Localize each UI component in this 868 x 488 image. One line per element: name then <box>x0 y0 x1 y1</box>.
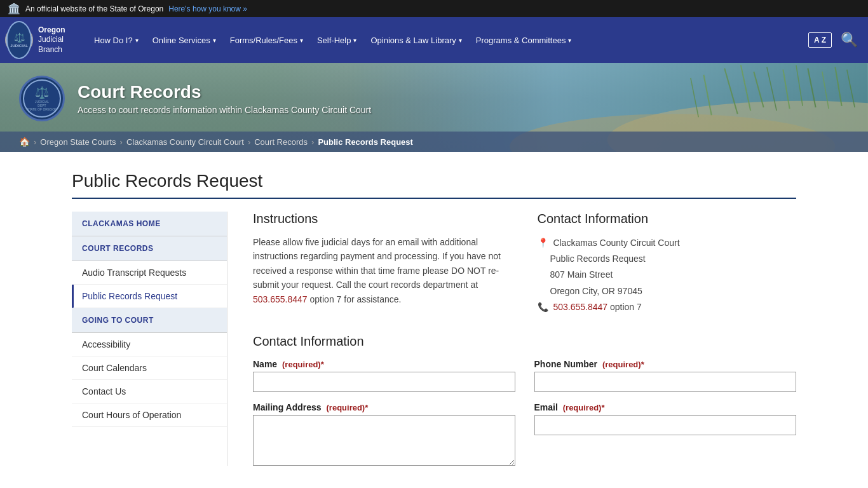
hero-title: Court Records <box>78 82 371 102</box>
address-label: Mailing Address (required)* <box>253 402 515 412</box>
nav-online-services[interactable]: Online Services ▾ <box>146 30 222 50</box>
street-address: 807 Main Street <box>550 269 613 280</box>
navbar: ⚖️ JUDICIAL Oregon Judicial Branch How D… <box>0 17 868 63</box>
logo-line2: Judicial <box>38 35 65 45</box>
sidebar: CLACKAMAS HOME COURT RECORDS Audio Trans… <box>72 212 227 466</box>
main-content: Public Records Request CLACKAMAS HOME CO… <box>53 152 815 485</box>
breadcrumb-item-3[interactable]: Court Records <box>254 137 308 147</box>
banner-text: An official website of the State of Oreg… <box>25 4 163 13</box>
contact-info-block: 📍 Clackamas County Circuit Court Public … <box>538 235 797 315</box>
instructions-section: Instructions Please allow five judicial … <box>253 212 512 315</box>
logo-seal: ⚖️ JUDICIAL <box>5 26 33 54</box>
name-input[interactable] <box>253 372 515 392</box>
phone-input[interactable] <box>534 372 797 392</box>
sidebar-link-audio-transcript[interactable]: Audio Transcript Requests <box>72 261 227 285</box>
nav-links: How Do I? ▾ Online Services ▾ Forms/Rule… <box>88 30 808 50</box>
contact-info-heading: Contact Information <box>538 212 797 226</box>
form-group-address: Mailing Address (required)* <box>253 402 515 466</box>
logo-text: Oregon Judicial Branch <box>38 25 65 55</box>
sidebar-link-contact-us[interactable]: Contact Us <box>72 380 227 403</box>
chevron-down-icon: ▾ <box>213 37 216 44</box>
breadcrumb: 🏠 › Oregon State Courts › Clackamas Coun… <box>0 132 868 152</box>
name-required: (required)* <box>282 360 324 369</box>
nav-self-help[interactable]: Self-Help ▾ <box>311 30 363 50</box>
logo-line3: Branch <box>38 45 65 55</box>
instructions-text: Please allow five judicial days for an e… <box>253 235 512 306</box>
contact-phone-link[interactable]: 503.655.8447 <box>553 302 607 312</box>
top-two-col: Instructions Please allow five judicial … <box>253 212 796 315</box>
city-state-zip: Oregon City, OR 97045 <box>550 286 642 296</box>
home-icon[interactable]: 🏠 <box>19 137 30 147</box>
sidebar-section-clackamas-home: CLACKAMAS HOME <box>72 212 227 236</box>
breadcrumb-item-2[interactable]: Clackamas County Circuit Court <box>126 137 244 147</box>
sidebar-link-court-hours[interactable]: Court Hours of Operation <box>72 403 227 427</box>
search-button[interactable]: 🔍 <box>836 29 863 51</box>
org-name: Clackamas County Circuit Court <box>553 238 679 248</box>
logo-area[interactable]: ⚖️ JUDICIAL Oregon Judicial Branch <box>5 25 75 55</box>
address-input[interactable] <box>253 415 515 466</box>
right-content: Instructions Please allow five judicial … <box>227 212 796 466</box>
sidebar-section-court-records: COURT RECORDS Audio Transcript Requests … <box>72 236 227 308</box>
top-banner: 🏛️ An official website of the State of O… <box>0 0 868 17</box>
form-group-name: Name (required)* <box>253 359 515 392</box>
dept-name: Public Records Request <box>550 254 646 264</box>
phone-required: (required)* <box>602 360 644 369</box>
form-group-email: Email (required)* <box>534 402 797 466</box>
nav-forms-rules-fees[interactable]: Forms/Rules/Fees ▾ <box>224 30 309 50</box>
instructions-heading: Instructions <box>253 212 512 226</box>
hero-content: ⚖️ JUDICIALDEPTSTATE OF OREGON Court Rec… <box>0 63 868 134</box>
email-label: Email (required)* <box>534 402 797 412</box>
instructions-phone-link[interactable]: 503.655.8447 <box>253 294 308 304</box>
address-required: (required)* <box>327 403 369 412</box>
sidebar-link-accessibility[interactable]: Accessibility <box>72 333 227 356</box>
email-input[interactable] <box>534 415 797 435</box>
court-seal-inner: ⚖️ JUDICIALDEPTSTATE OF OREGON <box>23 79 61 118</box>
chevron-down-icon: ▾ <box>568 37 571 44</box>
nav-how-do-i[interactable]: How Do I? ▾ <box>88 30 145 50</box>
form-section: Contact Information Name (required)* Pho <box>253 334 796 466</box>
chevron-down-icon: ▾ <box>353 37 356 44</box>
breadcrumb-current: Public Records Request <box>318 137 413 147</box>
phone-label: Phone Number (required)* <box>534 359 797 369</box>
form-group-phone: Phone Number (required)* <box>534 359 797 392</box>
nav-right: A Z 🔍 <box>808 29 863 51</box>
chevron-down-icon: ▾ <box>300 37 303 44</box>
sidebar-section-going-to-court: GOING TO COURT Accessibility Court Calen… <box>72 308 227 427</box>
form-grid: Name (required)* Phone Number (required)… <box>253 359 796 466</box>
sidebar-link-court-calendars[interactable]: Court Calendars <box>72 356 227 380</box>
chevron-down-icon: ▾ <box>135 37 139 44</box>
email-required: (required)* <box>563 403 605 412</box>
content-layout: CLACKAMAS HOME COURT RECORDS Audio Trans… <box>72 212 796 466</box>
form-section-title: Contact Information <box>253 334 796 349</box>
banner-link[interactable]: Here's how you know » <box>168 4 247 13</box>
sidebar-header-clackamas: CLACKAMAS HOME <box>72 212 227 236</box>
contact-info-section: Contact Information 📍 Clackamas County C… <box>538 212 797 315</box>
seal-inner: ⚖️ JUDICIAL <box>6 21 32 59</box>
court-seal: ⚖️ JUDICIALDEPTSTATE OF OREGON <box>19 76 65 121</box>
phone-icon: 📞 <box>538 302 548 312</box>
hero-text: Court Records Access to court records in… <box>78 82 371 115</box>
breadcrumb-item-1[interactable]: Oregon State Courts <box>40 137 116 147</box>
hero-subtitle: Access to court records information with… <box>78 105 371 115</box>
phone-option: option 7 <box>610 302 642 312</box>
logo-line1: Oregon <box>38 25 65 36</box>
sidebar-link-public-records[interactable]: Public Records Request <box>72 285 227 308</box>
translate-button[interactable]: A Z <box>808 32 832 48</box>
flag-icon: 🏛️ <box>8 3 20 15</box>
nav-programs-committees[interactable]: Programs & Committees ▾ <box>470 30 578 50</box>
pin-icon: 📍 <box>538 238 548 248</box>
chevron-down-icon: ▾ <box>459 37 462 44</box>
nav-opinions-law[interactable]: Opinions & Law Library ▾ <box>364 30 468 50</box>
sidebar-header-going-to-court: GOING TO COURT <box>72 308 227 333</box>
hero-section: ⚖️ JUDICIALDEPTSTATE OF OREGON Court Rec… <box>0 63 868 152</box>
name-label: Name (required)* <box>253 359 515 369</box>
sidebar-header-court-records: COURT RECORDS <box>72 236 227 261</box>
page-title: Public Records Request <box>72 171 796 199</box>
